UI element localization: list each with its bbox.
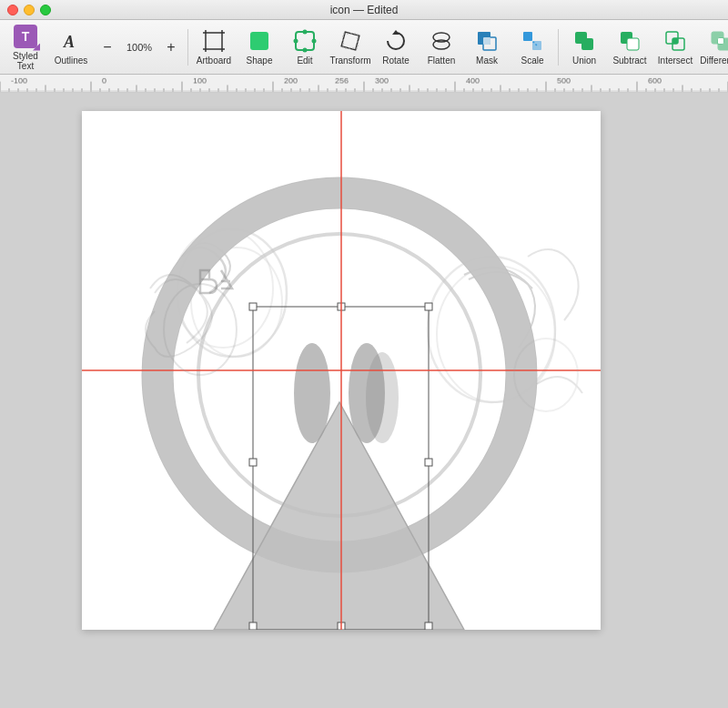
svg-rect-36	[718, 38, 723, 44]
styled-text-icon: T	[14, 25, 37, 48]
styled-text-label: Styled Text	[4, 51, 47, 71]
ruler-top-canvas	[0, 75, 728, 92]
shape-icon	[247, 28, 272, 54]
svg-rect-51	[249, 303, 257, 310]
zoom-out-button[interactable]: −	[95, 23, 120, 72]
svg-rect-56	[249, 622, 257, 630]
mask-label: Mask	[476, 56, 498, 66]
divider-1	[187, 29, 188, 66]
flatten-icon	[429, 28, 454, 54]
svg-rect-11	[296, 32, 314, 50]
zoom-level-display[interactable]: 100%	[122, 23, 157, 72]
zoom-out-icon: −	[95, 35, 120, 60]
union-tool[interactable]: Union	[562, 23, 606, 72]
transform-icon	[338, 28, 363, 54]
svg-point-49	[366, 352, 399, 443]
titlebar: icon — Edited	[0, 0, 728, 20]
artboard-icon	[201, 28, 227, 54]
svg-rect-55	[425, 459, 432, 466]
svg-text:A: A	[63, 33, 75, 51]
scale-label: Scale	[521, 56, 543, 66]
sketch-svg	[82, 111, 601, 630]
union-label: Union	[572, 56, 596, 66]
zoom-in-icon: +	[158, 35, 184, 60]
viewport[interactable]	[0, 93, 728, 708]
shape-label: Shape	[247, 56, 273, 66]
minimize-button[interactable]	[24, 5, 35, 15]
svg-rect-28	[581, 38, 593, 50]
mask-icon	[474, 28, 500, 54]
subtract-icon	[617, 28, 642, 54]
svg-rect-30	[627, 38, 639, 50]
transform-label: Transform	[329, 56, 370, 66]
svg-point-13	[312, 39, 317, 44]
rotate-label: Rotate	[382, 56, 409, 66]
difference-label: Difference	[700, 56, 728, 66]
rotate-tool[interactable]: Rotate	[374, 23, 418, 72]
close-button[interactable]	[7, 5, 18, 15]
svg-rect-10	[250, 32, 268, 50]
shape-tool[interactable]: Shape	[238, 23, 281, 72]
artboard-tool[interactable]: Artboard	[192, 23, 236, 72]
svg-rect-23	[483, 37, 490, 45]
ruler-top	[0, 75, 728, 93]
scale-tool[interactable]: Scale	[511, 23, 554, 72]
scale-icon	[520, 28, 545, 54]
outlines-icon: A	[58, 28, 84, 54]
svg-rect-53	[425, 303, 432, 310]
edit-tool[interactable]: Edit	[283, 23, 327, 72]
traffic-lights	[7, 5, 51, 15]
canvas-area	[0, 75, 728, 708]
window-title: icon — Edited	[330, 4, 399, 16]
svg-rect-58	[425, 622, 432, 630]
styled-text-tool[interactable]: T Styled Text	[4, 23, 47, 72]
subtract-tool[interactable]: Subtract	[608, 23, 652, 72]
edit-label: Edit	[297, 56, 312, 66]
svg-rect-1	[206, 33, 222, 49]
intersect-icon	[662, 28, 688, 54]
transform-tool[interactable]: Transform	[329, 23, 372, 72]
svg-point-12	[294, 39, 298, 44]
svg-point-14	[303, 30, 308, 35]
artboard	[82, 111, 601, 630]
artboard-label: Artboard	[197, 56, 231, 66]
union-icon	[571, 28, 597, 54]
flatten-label: Flatten	[428, 56, 456, 66]
svg-rect-54	[249, 459, 257, 466]
toolbar: T Styled Text A Outlines − 100% +	[0, 20, 728, 75]
difference-icon	[708, 28, 728, 54]
svg-rect-33	[672, 38, 678, 44]
svg-rect-17	[343, 34, 358, 48]
zoom-level-text: 100%	[126, 42, 152, 53]
rotate-icon	[383, 28, 409, 54]
svg-rect-16	[341, 32, 359, 50]
mask-tool[interactable]: Mask	[465, 23, 509, 72]
outlines-label: Outlines	[55, 56, 88, 66]
intersect-label: Intersect	[658, 56, 693, 66]
svg-point-15	[303, 48, 308, 53]
intersect-tool[interactable]: Intersect	[653, 23, 697, 72]
maximize-button[interactable]	[40, 5, 51, 15]
outlines-tool[interactable]: A Outlines	[49, 23, 93, 72]
divider-2	[558, 29, 559, 66]
edit-icon	[292, 28, 318, 54]
svg-point-47	[294, 343, 330, 443]
flatten-tool[interactable]: Flatten	[420, 23, 463, 72]
difference-tool[interactable]: Difference	[699, 23, 728, 72]
zoom-in-button[interactable]: +	[158, 23, 184, 72]
subtract-label: Subtract	[612, 56, 646, 66]
